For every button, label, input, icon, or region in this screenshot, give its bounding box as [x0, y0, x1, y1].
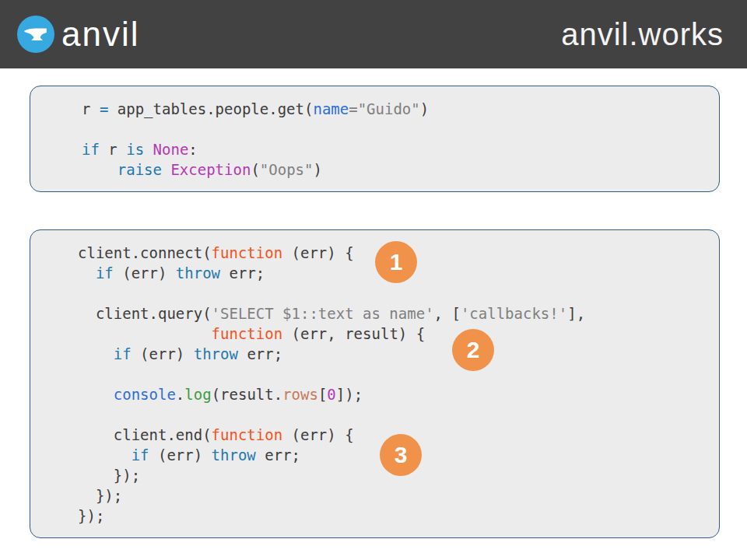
step-badge-3: 3 [380, 434, 422, 476]
anvil-logo: anvil [17, 16, 140, 53]
slide: anvil anvil.works r = app_tables.people.… [0, 0, 747, 560]
javascript-code: client.connect(function (err) { if (err)… [30, 230, 719, 526]
python-code-box: r = app_tables.people.get(name="Guido") … [30, 86, 720, 192]
step-badge-1: 1 [375, 241, 417, 283]
python-code: r = app_tables.people.get(name="Guido") … [30, 86, 719, 180]
header-bar: anvil anvil.works [0, 0, 747, 68]
logo-wordmark: anvil [61, 17, 140, 51]
javascript-code-box: client.connect(function (err) { if (err)… [30, 229, 720, 538]
brand-text: anvil.works [561, 19, 724, 50]
anvil-logo-icon [17, 16, 54, 53]
step-badge-2: 2 [452, 329, 494, 371]
anvil-icon [23, 21, 49, 47]
